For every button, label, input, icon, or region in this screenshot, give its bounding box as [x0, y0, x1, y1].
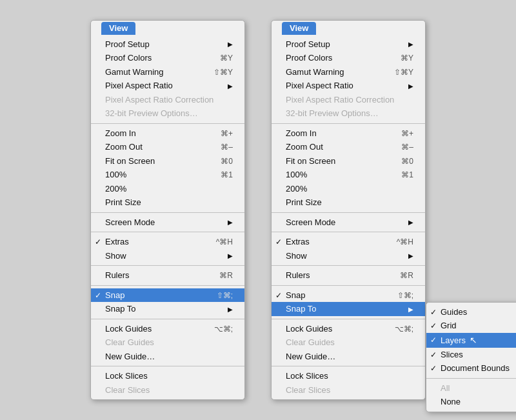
submenu-item-guides[interactable]: Guides [426, 305, 516, 319]
menu-item-snap[interactable]: Snap⇧⌘; [272, 288, 425, 303]
menu-item-shortcut: ^⌘H [397, 236, 413, 248]
menu-item-label: Snap To [105, 303, 135, 315]
menu-item-proof-setup[interactable]: Proof Setup▶ [91, 37, 244, 52]
menu-item-shortcut: ⌘+ [221, 128, 233, 139]
menu-item-label: Pixel Aspect Ratio Correction [105, 94, 213, 106]
scene: View Proof Setup▶Proof Colors⌘YGamut War… [77, 7, 439, 414]
menu-item-shortcut: ⌘0 [221, 155, 233, 167]
menu-item-print-size[interactable]: Print Size [91, 195, 244, 210]
menu-item-clear-slices[interactable]: Clear Slices [272, 383, 425, 397]
menu-item-proof-colors[interactable]: Proof Colors⌘Y [91, 51, 244, 65]
menu-item-rulers[interactable]: Rulers⌘R [272, 268, 425, 283]
menu-item-label: Print Size [286, 196, 322, 209]
menu-item-screen-mode[interactable]: Screen Mode▶ [91, 215, 244, 230]
menu-item-200%[interactable]: 200% [91, 182, 244, 196]
menu-item-snap-to[interactable]: Snap To▶ [272, 302, 425, 316]
menu-item-pixel-aspect-ratio-correction[interactable]: Pixel Aspect Ratio Correction [272, 93, 425, 107]
menu-item-label: Zoom In [105, 127, 136, 140]
menu-item-32-bit-preview-options…[interactable]: 32-bit Preview Options… [91, 106, 244, 121]
submenu-item-all[interactable]: All [426, 381, 516, 395]
menu-item-100%[interactable]: 100%⌘1 [91, 168, 244, 182]
menu-item-label: 200% [105, 183, 126, 195]
menu-item-right: ⌘R [206, 270, 233, 281]
menu-item-label: Print Size [105, 196, 141, 209]
menu-item-arrow: ▶ [408, 305, 413, 314]
menu-item-snap-to[interactable]: Snap To▶ [91, 302, 244, 316]
menu-separator [91, 366, 244, 366]
menu-item-lock-slices[interactable]: Lock Slices [91, 369, 244, 383]
menu-item-show[interactable]: Show▶ [272, 249, 425, 263]
menu-item-right: ⇧⌘Y [201, 66, 233, 78]
menu-item-proof-colors[interactable]: Proof Colors⌘Y [272, 51, 425, 65]
menu-item-100%[interactable]: 100%⌘1 [272, 168, 425, 182]
submenu-item-slices[interactable]: Slices [426, 348, 516, 362]
menu-item-32-bit-preview-options…[interactable]: 32-bit Preview Options… [272, 106, 425, 121]
menu-item-label: Gamut Warning [286, 66, 344, 79]
menu-item-show[interactable]: Show▶ [91, 249, 244, 263]
menu-item-label: 200% [286, 183, 307, 195]
menu-item-zoom-in[interactable]: Zoom In⌘+ [272, 126, 425, 141]
submenu-item-document-bounds[interactable]: Document Bounds [426, 361, 516, 375]
right-menu-title: View [282, 22, 316, 35]
menu-item-pixel-aspect-ratio[interactable]: Pixel Aspect Ratio▶ [272, 79, 425, 93]
menu-item-label: Clear Slices [286, 384, 330, 397]
menu-item-new-guide…[interactable]: New Guide… [272, 350, 425, 364]
menu-item-fit-on-screen[interactable]: Fit on Screen⌘0 [91, 154, 244, 168]
menu-item-lock-slices[interactable]: Lock Slices [272, 369, 425, 383]
menu-item-new-guide…[interactable]: New Guide… [91, 350, 244, 364]
menu-item-right: ⌘0 [388, 155, 413, 167]
menu-item-arrow: ▶ [228, 39, 233, 49]
menu-item-rulers[interactable]: Rulers⌘R [91, 268, 244, 283]
menu-separator [272, 232, 425, 232]
menu-item-pixel-aspect-ratio-correction[interactable]: Pixel Aspect Ratio Correction [91, 93, 244, 107]
menu-item-extras[interactable]: Extras^⌘H [91, 235, 244, 249]
menu-item-right: ⌥⌘; [382, 323, 413, 335]
menu-item-label: Clear Guides [286, 336, 335, 349]
submenu-item-label: Grid [441, 319, 457, 332]
menu-item-arrow: ▶ [408, 81, 413, 91]
menu-item-clear-slices[interactable]: Clear Slices [91, 383, 244, 397]
menu-item-gamut-warning[interactable]: Gamut Warning⇧⌘Y [91, 65, 244, 79]
submenu-item-layers[interactable]: Layers↖ [426, 333, 516, 348]
submenu-item-label: None [441, 395, 461, 408]
submenu-item-none[interactable]: None [426, 395, 516, 409]
menu-item-arrow: ▶ [408, 217, 413, 227]
menu-item-label: 32-bit Preview Options… [286, 107, 379, 120]
menu-item-right: ⌘– [388, 141, 413, 153]
menu-item-right: ▶ [221, 81, 233, 91]
menu-item-fit-on-screen[interactable]: Fit on Screen⌘0 [272, 154, 425, 168]
menu-item-label: Rulers [105, 269, 130, 282]
menu-item-clear-guides[interactable]: Clear Guides [272, 335, 425, 350]
menu-item-lock-guides[interactable]: Lock Guides⌥⌘; [272, 322, 425, 336]
menu-item-arrow: ▶ [228, 81, 233, 91]
menu-separator [91, 265, 244, 266]
menu-item-print-size[interactable]: Print Size [272, 195, 425, 210]
menu-item-extras[interactable]: Extras^⌘H [272, 235, 425, 249]
menu-item-right: ⇧⌘Y [381, 66, 413, 78]
menu-item-right: ▶ [402, 217, 413, 227]
menu-item-proof-setup[interactable]: Proof Setup▶ [272, 37, 425, 52]
menu-item-shortcut: ⌘Y [220, 52, 233, 64]
menu-item-right: ▶ [221, 217, 233, 227]
menu-item-zoom-out[interactable]: Zoom Out⌘– [272, 140, 425, 154]
menu-item-clear-guides[interactable]: Clear Guides [91, 335, 244, 350]
menu-item-label: Proof Setup [105, 38, 150, 51]
submenu-item-grid[interactable]: Grid [426, 319, 516, 333]
menu-item-zoom-in[interactable]: Zoom In⌘+ [91, 126, 244, 141]
menu-item-right: ⇧⌘; [204, 290, 233, 301]
menu-item-arrow: ▶ [228, 251, 233, 261]
menu-item-200%[interactable]: 200% [272, 182, 425, 196]
left-menu-header-row: View [91, 23, 244, 37]
menu-item-zoom-out[interactable]: Zoom Out⌘– [91, 140, 244, 154]
right-menu: View Proof Setup▶Proof Colors⌘YGamut War… [271, 20, 426, 401]
menu-item-pixel-aspect-ratio[interactable]: Pixel Aspect Ratio▶ [91, 79, 244, 93]
menu-item-label: Snap [105, 289, 124, 302]
menu-item-right: ⌥⌘; [201, 323, 233, 335]
menu-item-snap[interactable]: Snap⇧⌘; [91, 288, 244, 303]
menu-item-label: Proof Colors [286, 52, 332, 65]
menu-item-arrow: ▶ [408, 251, 413, 261]
menu-item-shortcut: ⇧⌘; [217, 290, 233, 301]
menu-item-lock-guides[interactable]: Lock Guides⌥⌘; [91, 322, 244, 336]
menu-item-screen-mode[interactable]: Screen Mode▶ [272, 215, 425, 230]
menu-item-gamut-warning[interactable]: Gamut Warning⇧⌘Y [272, 65, 425, 79]
